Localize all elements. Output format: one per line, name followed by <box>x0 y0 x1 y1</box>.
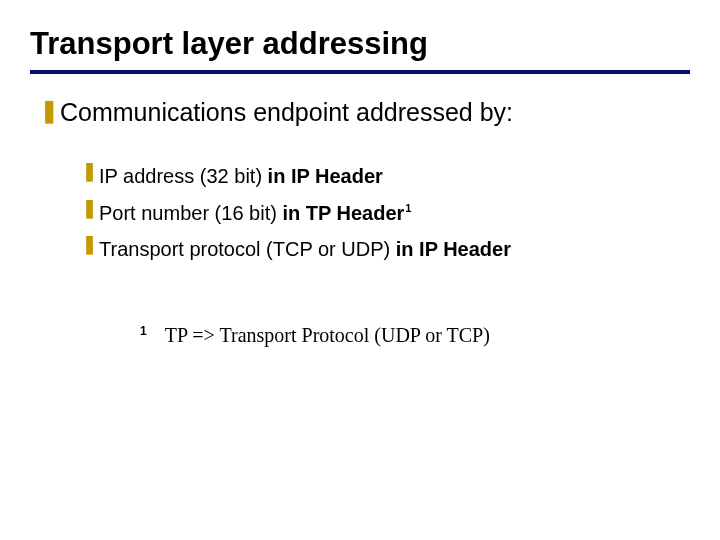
footnote: 1 TP => Transport Protocol (UDP or TCP) <box>140 324 690 347</box>
main-bullet-text: Communications endpoint addressed by: <box>60 96 513 128</box>
sub-plain: IP address (32 bit) <box>99 165 268 187</box>
y-bullet-icon: ❚ <box>82 231 97 257</box>
list-item: ❚ Transport protocol (TCP or UDP) in IP … <box>82 231 690 262</box>
sub-bold: in IP Header <box>268 165 383 187</box>
footnote-number: 1 <box>140 324 147 338</box>
slide: Transport layer addressing ❚ Communicati… <box>0 0 720 377</box>
list-item: ❚ Port number (16 bit) in TP Header1 <box>82 195 690 226</box>
list-item: ❚ IP address (32 bit) in IP Header <box>82 158 690 189</box>
sub-bullet-text: IP address (32 bit) in IP Header <box>99 158 384 189</box>
y-bullet-icon: ❚ <box>82 195 97 221</box>
page-title: Transport layer addressing <box>30 26 690 62</box>
z-bullet-icon: ❚ <box>40 96 58 126</box>
sub-sup: 1 <box>405 202 411 214</box>
footnote-text: TP => Transport Protocol (UDP or TCP) <box>165 324 490 347</box>
y-bullet-icon: ❚ <box>82 158 97 184</box>
sub-plain: Port number (16 bit) <box>99 201 282 223</box>
sub-bold: in TP Header <box>282 201 404 223</box>
sub-bold: in IP Header <box>396 238 511 260</box>
title-divider <box>30 70 690 74</box>
main-bullet-row: ❚ Communications endpoint addressed by: <box>40 96 690 128</box>
sub-bullet-text: Port number (16 bit) in TP Header1 <box>99 195 411 226</box>
sub-bullet-text: Transport protocol (TCP or UDP) in IP He… <box>99 231 512 262</box>
sub-plain: Transport protocol (TCP or UDP) <box>99 238 396 260</box>
sub-bullet-list: ❚ IP address (32 bit) in IP Header ❚ Por… <box>82 158 690 262</box>
